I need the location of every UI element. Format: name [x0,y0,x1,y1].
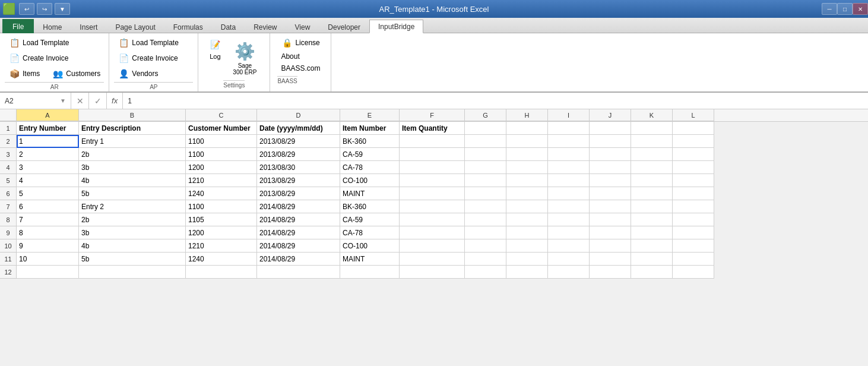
ar-items-button[interactable]: 📦 Items [5,67,43,81]
cell-h6[interactable] [506,187,548,200]
cell-e3[interactable]: CA-59 [340,148,400,161]
cell-k10[interactable] [631,239,673,253]
cell-f8[interactable] [400,213,465,226]
cell-c9[interactable]: 1200 [186,226,257,239]
ap-load-template-button[interactable]: 📋 Load Template [114,36,193,50]
name-box[interactable]: A2 ▼ [0,93,71,109]
row-header-8[interactable]: 8 [0,213,17,226]
undo-button[interactable]: ↩ [19,3,34,15]
cell-i10[interactable] [548,239,590,253]
maximize-button[interactable]: □ [837,3,853,15]
cell-l5[interactable] [673,174,714,187]
corner-cell[interactable] [0,109,17,121]
cell-c10[interactable]: 1210 [186,239,257,253]
cell-h10[interactable] [506,239,548,253]
cell-h1[interactable] [506,122,548,135]
cell-h5[interactable] [506,174,548,187]
cell-l7[interactable] [673,200,714,213]
cell-g8[interactable] [465,213,506,226]
cell-i6[interactable] [548,187,590,200]
cell-d12[interactable] [257,266,340,279]
cell-j6[interactable] [590,187,631,200]
about-button[interactable]: About [277,51,324,62]
cell-c2[interactable]: 1100 [186,135,257,148]
cell-k7[interactable] [631,200,673,213]
cell-h3[interactable] [506,148,548,161]
cell-g3[interactable] [465,148,506,161]
col-header-a[interactable]: A [17,109,79,121]
cell-j7[interactable] [590,200,631,213]
cell-k3[interactable] [631,148,673,161]
cell-c7[interactable]: 1100 [186,200,257,213]
customize-qat-button[interactable]: ▼ [55,3,70,15]
tab-page-layout[interactable]: Page Layout [106,20,164,33]
tab-data[interactable]: Data [212,20,245,33]
cell-b12[interactable] [79,266,186,279]
cell-i11[interactable] [548,253,590,266]
cell-f11[interactable] [400,253,465,266]
formula-confirm-button[interactable]: ✓ [89,93,107,109]
formula-input[interactable]: 1 [123,97,868,105]
cell-f5[interactable] [400,174,465,187]
cell-l1[interactable] [673,122,714,135]
cell-e10[interactable]: CO-100 [340,239,400,253]
cell-e11[interactable]: MAINT [340,253,400,266]
ar-load-template-button[interactable]: 📋 Load Template [5,36,104,50]
cell-l2[interactable] [673,135,714,148]
cell-c12[interactable] [186,266,257,279]
cell-a8[interactable]: 7 [17,213,79,226]
cell-e6[interactable]: MAINT [340,187,400,200]
cell-g5[interactable] [465,174,506,187]
cell-k4[interactable] [631,161,673,174]
cell-d11[interactable]: 2014/08/29 [257,253,340,266]
cell-k8[interactable] [631,213,673,226]
col-header-c[interactable]: C [186,109,257,121]
redo-button[interactable]: ↪ [37,3,52,15]
cell-e2[interactable]: BK-360 [340,135,400,148]
col-header-i[interactable]: I [548,109,590,121]
cell-i3[interactable] [548,148,590,161]
cell-a12[interactable] [17,266,79,279]
row-header-9[interactable]: 9 [0,226,17,239]
cell-i2[interactable] [548,135,590,148]
cell-f9[interactable] [400,226,465,239]
tab-inputbridge[interactable]: InputBridge [369,20,423,33]
cell-g12[interactable] [465,266,506,279]
cell-f3[interactable] [400,148,465,161]
cell-j11[interactable] [590,253,631,266]
col-header-b[interactable]: B [79,109,186,121]
col-header-k[interactable]: K [631,109,673,121]
cell-h7[interactable] [506,200,548,213]
cell-b8[interactable]: 2b [79,213,186,226]
col-header-e[interactable]: E [340,109,400,121]
cell-h2[interactable] [506,135,548,148]
cell-k2[interactable] [631,135,673,148]
cell-d6[interactable]: 2013/08/29 [257,187,340,200]
cell-k11[interactable] [631,253,673,266]
cell-l8[interactable] [673,213,714,226]
cell-a4[interactable]: 3 [17,161,79,174]
cell-e12[interactable] [340,266,400,279]
tab-home[interactable]: Home [34,20,71,33]
tab-file[interactable]: File [2,19,34,33]
cell-g2[interactable] [465,135,506,148]
row-header-12[interactable]: 12 [0,266,17,279]
cell-g7[interactable] [465,200,506,213]
baass-website-button[interactable]: BAASS.com [277,63,324,74]
cell-d1[interactable]: Date (yyyy/mm/dd) [257,122,340,135]
cell-a5[interactable]: 4 [17,174,79,187]
col-header-l[interactable]: L [673,109,714,121]
cell-h4[interactable] [506,161,548,174]
cell-c11[interactable]: 1240 [186,253,257,266]
ar-create-invoice-button[interactable]: 📄 Create Invoice [5,51,104,65]
ap-create-invoice-button[interactable]: 📄 Create Invoice [114,51,193,65]
cell-h9[interactable] [506,226,548,239]
cell-l12[interactable] [673,266,714,279]
tab-review[interactable]: Review [245,20,286,33]
cell-f7[interactable] [400,200,465,213]
col-header-f[interactable]: F [400,109,465,121]
cell-k1[interactable] [631,122,673,135]
row-header-11[interactable]: 11 [0,253,17,266]
col-header-d[interactable]: D [257,109,340,121]
cell-a7[interactable]: 6 [17,200,79,213]
